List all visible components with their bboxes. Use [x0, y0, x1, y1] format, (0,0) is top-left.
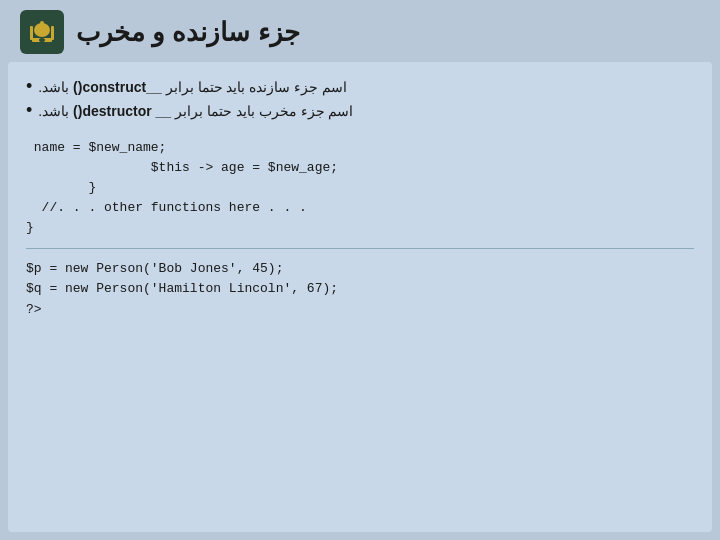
bullet-text-2: اسم جزء مخرب باید حتما برابر __ destruct…: [38, 100, 353, 124]
bullet-item-2: اسم جزء مخرب باید حتما برابر __ destruct…: [26, 100, 694, 124]
code-block-1: name = $new_name; $this -> age = $new_ag…: [26, 138, 694, 239]
svg-point-0: [34, 23, 50, 37]
code-block-2: $p = new Person('Bob Jones', 45); $q = n…: [26, 259, 694, 319]
svg-rect-2: [51, 26, 54, 40]
logo: [20, 10, 64, 54]
svg-point-4: [39, 38, 45, 42]
content-area: اسم جزء سازنده باید حتما برابر __constru…: [8, 62, 712, 532]
page-title: جزء سازنده و مخرب: [76, 17, 300, 48]
page: جزء سازنده و مخرب اسم جزء: [0, 0, 720, 540]
bullet-item-1: اسم جزء سازنده باید حتما برابر __constru…: [26, 76, 694, 100]
header: جزء سازنده و مخرب: [0, 0, 720, 62]
bullet-dot-1: •: [26, 77, 32, 95]
divider: [26, 248, 694, 249]
svg-rect-1: [30, 26, 33, 40]
bullet-dot-2: •: [26, 101, 32, 119]
bullet-text-1: اسم جزء سازنده باید حتما برابر __constru…: [38, 76, 347, 100]
logo-icon: [26, 16, 58, 48]
svg-point-5: [40, 21, 44, 25]
bullets-section: اسم جزء سازنده باید حتما برابر __constru…: [26, 76, 694, 124]
